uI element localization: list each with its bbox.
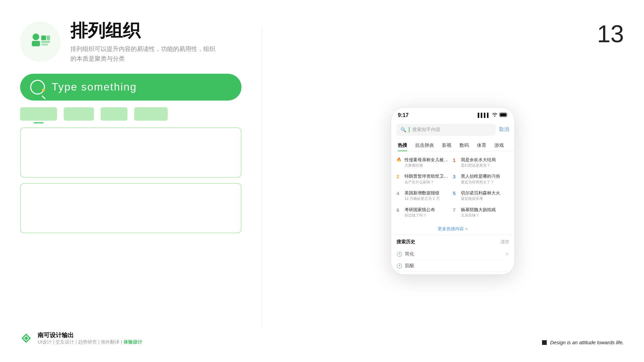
phone-mockup: 9:17 ▌▌▌▌: [391, 107, 515, 275]
phone-tab-games[interactable]: 游戏: [490, 140, 508, 151]
content-card-1: [20, 127, 241, 178]
hot-item-subtitle-3: 会产生什么影响？: [405, 180, 448, 185]
hot-rank-4: 4: [396, 190, 402, 196]
hot-item-5[interactable]: 4 美国新增数据报错 12 万确诊更正为 2 万: [396, 187, 453, 204]
hot-item-content-4: 黑人抬棺是哪的习俗 最近为何突然火了？: [461, 173, 500, 185]
more-hot-button[interactable]: 更多热搜内容 >: [391, 223, 515, 235]
search-bar-demo[interactable]: Type something: [20, 74, 241, 101]
phone-tab-tech[interactable]: 数码: [455, 140, 473, 151]
hot-item-content-7: 考研国家线公布 你过线了吗？: [405, 207, 435, 218]
history-text-2: 肌酸: [405, 263, 414, 269]
hot-item-6[interactable]: 5 切尔诺贝利森林大火 逼近核反应堆: [453, 187, 509, 204]
history-clock-icon-2: 🕐: [396, 263, 402, 268]
subtitle: 排列组织可以提升内容的易读性，功能的易用性，组织 的本质是聚类与分类: [70, 44, 215, 64]
footer-brand: 南可设计输出: [38, 331, 142, 339]
phone-cancel-button[interactable]: 取消: [499, 126, 509, 133]
svg-point-0: [33, 34, 39, 40]
phone-search-input[interactable]: 🔍 搜索知乎内容: [396, 124, 496, 136]
right-section: 9:17 ▌▌▌▌: [262, 0, 644, 362]
hot-item-content-6: 切尔诺贝利森林大火 逼近核反应堆: [461, 190, 500, 201]
hot-item-title-8: 杨幂陪魏大勋拍戏: [461, 207, 496, 213]
wifi-icon: [492, 112, 498, 118]
history-text-1: 简化: [405, 251, 414, 257]
history-item-2[interactable]: 🕐 肌酸: [396, 260, 509, 272]
hot-item-title-1: 性侵案母亲称女儿被…: [405, 157, 448, 163]
hot-item-subtitle-8: 又添实锤？: [461, 213, 496, 218]
hot-item-content-5: 美国新增数据报错 12 万确诊更正为 2 万: [405, 190, 440, 201]
hot-item-content-1: 性侵案母亲称女儿被… 大家都在搜: [405, 157, 448, 168]
hot-item-subtitle-1: 大家都在搜: [405, 163, 448, 168]
history-clock-icon-1: 🕐: [396, 251, 402, 257]
phone-search-cursor: [409, 127, 410, 132]
quote-text: Design is an attitude towards life.: [550, 340, 624, 345]
status-time: 9:17: [398, 112, 409, 118]
phone-tab-hot[interactable]: 热搜: [394, 140, 411, 151]
phone-search-icon: 🔍: [400, 127, 406, 132]
hot-item-title-4: 黑人抬棺是哪的习俗: [461, 173, 500, 179]
hot-item-4[interactable]: 3 黑人抬棺是哪的习俗 最近为何突然火了？: [453, 171, 509, 187]
hot-item-7[interactable]: 6 考研国家线公布 你过线了吗？: [396, 204, 453, 221]
svg-rect-4: [41, 41, 50, 43]
hot-item-title-2: 我是余欢水大结局: [461, 157, 496, 163]
hot-rank-7: 7: [453, 207, 458, 213]
status-icons: ▌▌▌▌: [478, 112, 508, 118]
phone-tabs: 热搜 抗击肺炎 影视 数码 体育 游戏: [391, 140, 515, 152]
history-left-2: 🕐 肌酸: [396, 263, 414, 269]
search-dot: [42, 89, 45, 92]
quote-dash: [542, 340, 547, 345]
hot-item-title-5: 美国新增数据报错: [405, 190, 440, 196]
header: 排列组织 排列组织可以提升内容的易读性，功能的易用性，组织 的本质是聚类与分类: [20, 20, 241, 64]
hot-rank-1: 1: [453, 157, 458, 163]
phone-search-area: 🔍 搜索知乎内容 取消: [391, 121, 515, 140]
tab-pill-4[interactable]: [134, 107, 168, 121]
svg-rect-2: [41, 36, 46, 40]
search-history: 搜索历史 清空 🕐 简化 ✕ 🕐 肌酸: [391, 235, 515, 275]
hot-rank-3: 3: [453, 174, 458, 179]
hot-item-title-6: 切尔诺贝利森林大火: [461, 190, 500, 196]
footer-logo: [20, 332, 32, 344]
hot-item-subtitle-4: 最近为何突然火了？: [461, 180, 500, 185]
tab-pill-2[interactable]: [64, 107, 94, 121]
hot-search-grid: 🔥 性侵案母亲称女儿被… 大家都在搜 1 我是余欢水大结局 是幻想还是真实？: [391, 152, 515, 223]
main-title: 排列组织: [70, 20, 215, 41]
history-header: 搜索历史 清空: [396, 239, 509, 245]
svg-rect-1: [32, 41, 40, 46]
logo-icon: [29, 30, 52, 54]
svg-rect-3: [47, 36, 50, 40]
design-quote: Design is an attitude towards life.: [542, 340, 624, 345]
hot-item-2[interactable]: 1 我是余欢水大结局 是幻想还是真实？: [453, 154, 509, 171]
phone-search-text: 搜索知乎内容: [412, 127, 492, 133]
hot-rank-6: 6: [396, 207, 402, 213]
hot-item-content-8: 杨幂陪魏大勋拍戏 又添实锤？: [461, 207, 496, 218]
hot-item-3[interactable]: 2 特朗普暂停资助世卫… 会产生什么影响？: [396, 171, 453, 187]
hot-item-subtitle-2: 是幻想还是真实？: [461, 163, 496, 168]
tab-pill-1[interactable]: [20, 107, 57, 121]
hot-item-8[interactable]: 7 杨幂陪魏大勋拍戏 又添实锤？: [453, 204, 509, 221]
hot-item-subtitle-5: 12 万确诊更正为 2 万: [405, 196, 440, 201]
history-item-1[interactable]: 🕐 简化 ✕: [396, 248, 509, 260]
hot-item-subtitle-6: 逼近核反应堆: [461, 196, 500, 201]
phone-tab-sports[interactable]: 体育: [473, 140, 490, 151]
search-placeholder: Type something: [52, 81, 137, 93]
history-close-icon-1[interactable]: ✕: [505, 251, 509, 257]
svg-rect-5: [41, 44, 48, 46]
svg-rect-10: [500, 113, 506, 116]
footer-text-block: 南可设计输出 UI设计 | 交互设计 | 趋势研究 | 海外翻译 | 体验设计: [38, 331, 142, 345]
battery-icon: [499, 113, 508, 118]
hot-item-content-3: 特朗普暂停资助世卫… 会产生什么影响？: [405, 173, 448, 185]
hot-item-content-2: 我是余欢水大结局 是幻想还是真实？: [461, 157, 496, 168]
phone-tab-covid[interactable]: 抗击肺炎: [411, 140, 438, 151]
title-block: 排列组织 排列组织可以提升内容的易读性，功能的易用性，组织 的本质是聚类与分类: [70, 20, 215, 64]
tab-pill-3[interactable]: [101, 107, 127, 121]
footer-links: UI设计 | 交互设计 | 趋势研究 | 海外翻译 | 体验设计: [38, 339, 142, 345]
logo-circle: [20, 22, 60, 62]
phone-tab-video[interactable]: 影视: [438, 140, 455, 151]
diamond-icon: [20, 332, 32, 344]
history-title: 搜索历史: [396, 239, 415, 245]
history-clear-button[interactable]: 清空: [500, 239, 509, 245]
hot-item-title-7: 考研国家线公布: [405, 207, 435, 213]
status-bar: 9:17 ▌▌▌▌: [391, 108, 515, 121]
hot-item-fire[interactable]: 🔥 性侵案母亲称女儿被… 大家都在搜: [396, 154, 453, 171]
tabs-row: [20, 107, 241, 121]
footer: 南可设计输出 UI设计 | 交互设计 | 趋势研究 | 海外翻译 | 体验设计: [20, 331, 142, 345]
